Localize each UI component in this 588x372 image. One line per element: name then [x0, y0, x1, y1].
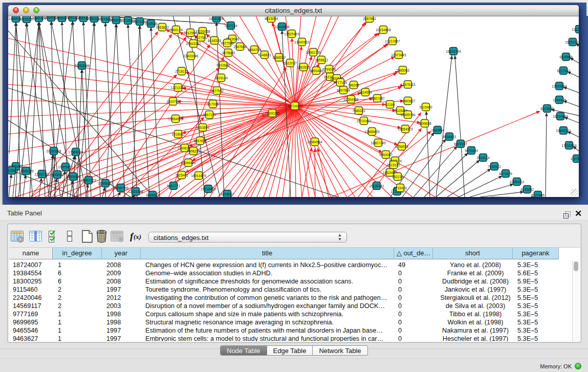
svg-text:9127502: 9127502 — [194, 36, 208, 39]
svg-text:1615132: 1615132 — [387, 163, 400, 167]
svg-text:19384554: 19384554 — [307, 140, 322, 144]
svg-text:20364436: 20364436 — [343, 98, 359, 101]
svg-text:18300295: 18300295 — [265, 112, 280, 115]
svg-text:15720407: 15720407 — [356, 119, 372, 123]
svg-text:1640954: 1640954 — [431, 128, 444, 132]
svg-text:23226058: 23226058 — [195, 30, 210, 33]
svg-text:9427552: 9427552 — [210, 89, 224, 93]
svg-text:7986322: 7986322 — [352, 109, 365, 113]
svg-text:(x): (x) — [134, 233, 141, 240]
svg-text:8127406: 8127406 — [531, 193, 545, 197]
svg-text:10961758: 10961758 — [306, 51, 321, 54]
svg-text:9756928: 9756928 — [395, 145, 408, 148]
svg-text:9457771: 9457771 — [167, 184, 180, 188]
svg-text:3875685: 3875685 — [222, 51, 235, 55]
svg-text:8857832: 8857832 — [193, 139, 207, 143]
svg-text:19692971: 19692971 — [556, 129, 571, 133]
svg-text:8938923: 8938923 — [443, 135, 456, 139]
svg-text:9498222: 9498222 — [187, 149, 200, 153]
svg-text:2367608: 2367608 — [233, 45, 247, 49]
svg-text:1916682: 1916682 — [171, 133, 185, 136]
svg-text:10218906: 10218906 — [274, 25, 290, 29]
svg-text:9794028: 9794028 — [322, 68, 336, 71]
svg-text:1588520: 1588520 — [272, 56, 286, 59]
svg-text:746266: 746266 — [348, 83, 359, 87]
svg-text:3267110: 3267110 — [203, 113, 216, 117]
svg-text:7955812: 7955812 — [315, 58, 328, 62]
svg-text:62160: 62160 — [385, 103, 395, 106]
svg-text:9860124: 9860124 — [169, 28, 183, 32]
svg-text:1244415: 1244415 — [553, 98, 566, 102]
svg-text:9245652: 9245652 — [520, 188, 534, 191]
svg-text:3624554: 3624554 — [359, 91, 372, 94]
svg-text:16914479: 16914479 — [191, 174, 206, 178]
svg-text:19654923: 19654923 — [398, 127, 413, 131]
svg-text:20053346: 20053346 — [74, 64, 90, 68]
svg-text:13525419: 13525419 — [284, 32, 299, 36]
svg-text:16210643: 16210643 — [553, 115, 568, 118]
svg-text:7485063: 7485063 — [396, 69, 409, 72]
svg-text:15136141: 15136141 — [369, 184, 384, 188]
svg-text:7663822: 7663822 — [156, 26, 169, 29]
svg-text:12213369: 12213369 — [170, 86, 186, 90]
svg-text:8990448: 8990448 — [310, 69, 323, 73]
svg-text:15751074: 15751074 — [565, 40, 579, 44]
svg-text:17957223: 17957223 — [81, 179, 96, 182]
svg-text:9146821: 9146821 — [258, 53, 271, 57]
svg-text:9777169: 9777169 — [334, 81, 347, 84]
svg-text:1910753: 1910753 — [166, 100, 180, 103]
svg-text:13640910: 13640910 — [294, 40, 310, 44]
svg-text:7625402: 7625402 — [175, 173, 188, 177]
svg-text:1453594: 1453594 — [196, 126, 209, 129]
svg-text:12505135: 12505135 — [66, 175, 81, 179]
svg-text:18724007: 18724007 — [287, 104, 302, 108]
svg-text:16543382: 16543382 — [186, 42, 201, 46]
svg-text:10154808: 10154808 — [376, 28, 391, 32]
svg-text:13123974: 13123974 — [572, 28, 579, 31]
svg-text:1733426: 1733426 — [394, 186, 407, 190]
svg-text:12342737: 12342737 — [34, 172, 50, 176]
svg-text:17016504: 17016504 — [561, 144, 577, 147]
svg-text:9227342: 9227342 — [557, 69, 570, 73]
svg-text:1362615: 1362615 — [297, 65, 310, 69]
svg-text:9245083: 9245083 — [146, 193, 159, 197]
svg-text:19654955: 19654955 — [168, 117, 183, 121]
svg-text:22420046: 22420046 — [183, 54, 199, 58]
svg-text:9242848: 9242848 — [216, 63, 230, 67]
svg-text:19975857: 19975857 — [58, 165, 73, 169]
svg-text:9329966: 9329966 — [559, 55, 573, 59]
svg-text:2718176: 2718176 — [175, 70, 188, 73]
svg-text:6497568: 6497568 — [337, 89, 350, 92]
svg-text:18807249: 18807249 — [371, 141, 386, 145]
svg-text:917006: 917006 — [207, 102, 219, 106]
svg-text:16033809: 16033809 — [209, 17, 224, 20]
svg-text:2803144: 2803144 — [214, 76, 228, 80]
svg-text:10654112: 10654112 — [510, 180, 525, 184]
svg-text:10807487: 10807487 — [369, 97, 385, 100]
svg-text:3915901: 3915901 — [8, 169, 18, 172]
svg-text:252214: 252214 — [392, 175, 403, 179]
svg-text:12023448: 12023448 — [128, 190, 143, 193]
svg-text:16782759: 16782759 — [113, 186, 128, 190]
svg-text:8471676: 8471676 — [499, 172, 512, 176]
svg-text:7632621: 7632621 — [488, 165, 501, 168]
svg-text:12375115: 12375115 — [401, 83, 416, 86]
svg-text:9115460: 9115460 — [419, 105, 432, 109]
svg-text:8215955: 8215955 — [540, 107, 554, 111]
svg-text:6322037: 6322037 — [284, 61, 297, 65]
svg-text:7515546: 7515546 — [144, 22, 158, 26]
svg-text:12213967: 12213967 — [385, 39, 400, 43]
svg-text:24099449: 24099449 — [181, 161, 196, 165]
svg-text:9327508: 9327508 — [221, 41, 234, 45]
svg-text:12093822: 12093822 — [552, 84, 567, 88]
svg-text:10688609: 10688609 — [364, 130, 380, 134]
svg-text:2087662: 2087662 — [363, 17, 376, 20]
svg-text:18495796: 18495796 — [400, 113, 416, 117]
svg-text:6899695: 6899695 — [418, 122, 431, 125]
svg-text:2933114: 2933114 — [476, 156, 490, 160]
svg-text:10958157: 10958157 — [98, 182, 113, 185]
svg-text:17359924: 17359924 — [68, 150, 83, 154]
svg-text:8454749: 8454749 — [248, 48, 261, 52]
svg-text:16643794: 16643794 — [446, 50, 461, 53]
svg-text:15718485: 15718485 — [201, 187, 216, 191]
